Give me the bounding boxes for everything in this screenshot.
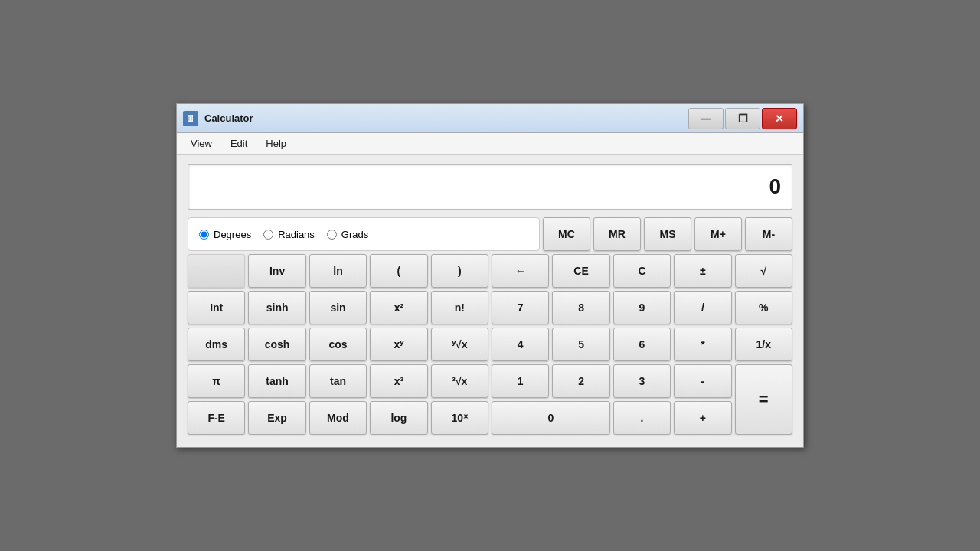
subtract-button[interactable]: - xyxy=(674,364,731,398)
display: 0 xyxy=(188,164,792,210)
multiply-button[interactable]: * xyxy=(674,328,731,361)
dms-button[interactable]: dms xyxy=(188,328,245,361)
calculator-window: 🖩 Calculator — ❐ ✕ View Edit Help 0 Degr… xyxy=(176,103,804,448)
seven-button[interactable]: 7 xyxy=(492,291,549,324)
yrooty-button[interactable]: ʸ√x xyxy=(431,328,488,361)
calculator-body: 0 Degrees Radians Grads MC MR xyxy=(177,155,803,447)
app-icon: 🖩 xyxy=(183,111,198,126)
menu-edit[interactable]: Edit xyxy=(223,135,255,152)
zero-button[interactable]: 0 xyxy=(492,401,610,435)
xpowy-button[interactable]: xʸ xyxy=(370,328,427,361)
tanh-button[interactable]: tanh xyxy=(248,364,305,398)
menu-help[interactable]: Help xyxy=(258,135,294,152)
close-button[interactable]: ✕ xyxy=(762,108,797,129)
sin-button[interactable]: sin xyxy=(309,291,367,324)
divide-button[interactable]: / xyxy=(674,291,731,324)
cos-button[interactable]: cos xyxy=(309,328,367,361)
radians-label: Radians xyxy=(278,229,315,240)
five-button[interactable]: 5 xyxy=(552,328,609,361)
mc-button[interactable]: MC xyxy=(543,217,590,251)
two-button[interactable]: 2 xyxy=(552,364,609,398)
exp-button[interactable]: Exp xyxy=(248,401,305,435)
button-grid: Inv ln ( ) ← CE C ± √ Int sinh sin x² n!… xyxy=(188,254,792,435)
degrees-label: Degrees xyxy=(214,229,251,240)
minimize-button[interactable]: — xyxy=(688,108,724,129)
grads-label: Grads xyxy=(341,229,368,240)
mplus-button[interactable]: M+ xyxy=(694,217,742,251)
factorial-button[interactable]: n! xyxy=(431,291,488,324)
mr-button[interactable]: MR xyxy=(593,217,641,251)
one-button[interactable]: 1 xyxy=(492,364,549,398)
plusminus-button[interactable]: ± xyxy=(674,254,731,288)
cuberoot-button[interactable]: ³√x xyxy=(431,364,488,398)
window-controls: — ❐ ✕ xyxy=(688,108,797,129)
window-title: Calculator xyxy=(204,112,688,124)
ce-button[interactable]: CE xyxy=(552,254,609,288)
six-button[interactable]: 6 xyxy=(613,328,671,361)
maximize-button[interactable]: ❐ xyxy=(725,108,760,129)
memory-buttons-section: MC MR MS M+ M- xyxy=(543,217,792,251)
close-paren-button[interactable]: ) xyxy=(431,254,488,288)
tan-button[interactable]: tan xyxy=(309,364,367,398)
pi-button[interactable]: π xyxy=(188,364,245,398)
four-button[interactable]: 4 xyxy=(492,328,549,361)
grads-radio[interactable] xyxy=(327,230,337,240)
menu-bar: View Edit Help xyxy=(177,133,803,155)
radians-radio[interactable] xyxy=(263,230,273,240)
int-button[interactable]: Int xyxy=(188,291,245,324)
xsquared-button[interactable]: x² xyxy=(370,291,427,324)
xcubed-button[interactable]: x³ xyxy=(370,364,427,398)
display-value: 0 xyxy=(769,174,781,199)
radians-radio-label[interactable]: Radians xyxy=(263,229,315,240)
log-button[interactable]: log xyxy=(370,401,427,435)
mode-memory-row: Degrees Radians Grads MC MR MS M+ M- xyxy=(188,217,792,251)
angle-mode-section: Degrees Radians Grads xyxy=(188,217,540,251)
mod-button[interactable]: Mod xyxy=(309,401,367,435)
three-button[interactable]: 3 xyxy=(613,364,671,398)
ms-button[interactable]: MS xyxy=(644,217,691,251)
eight-button[interactable]: 8 xyxy=(552,291,609,324)
mminus-button[interactable]: M- xyxy=(745,217,792,251)
degrees-radio[interactable] xyxy=(199,230,209,240)
inv-button[interactable]: Inv xyxy=(248,254,305,288)
sinh-button[interactable]: sinh xyxy=(248,291,305,324)
equals-button[interactable]: = xyxy=(735,364,792,435)
sqrt-button[interactable]: √ xyxy=(735,254,792,288)
percent-button[interactable]: % xyxy=(735,291,792,324)
degrees-radio-label[interactable]: Degrees xyxy=(199,229,251,240)
menu-view[interactable]: View xyxy=(183,135,220,152)
cosh-button[interactable]: cosh xyxy=(248,328,305,361)
open-paren-button[interactable]: ( xyxy=(370,254,427,288)
ln-button[interactable]: ln xyxy=(309,254,367,288)
nine-button[interactable]: 9 xyxy=(613,291,671,324)
c-button[interactable]: C xyxy=(613,254,671,288)
decimal-button[interactable]: . xyxy=(613,401,671,435)
title-bar: 🖩 Calculator — ❐ ✕ xyxy=(177,104,803,133)
add-button[interactable]: + xyxy=(674,401,731,435)
reciprocal-button[interactable]: 1/x xyxy=(735,328,792,361)
grads-radio-label[interactable]: Grads xyxy=(327,229,368,240)
tenpowx-button[interactable]: 10ˣ xyxy=(431,401,488,435)
empty-button[interactable] xyxy=(188,254,245,288)
backspace-button[interactable]: ← xyxy=(492,254,549,288)
fe-button[interactable]: F-E xyxy=(188,401,245,435)
